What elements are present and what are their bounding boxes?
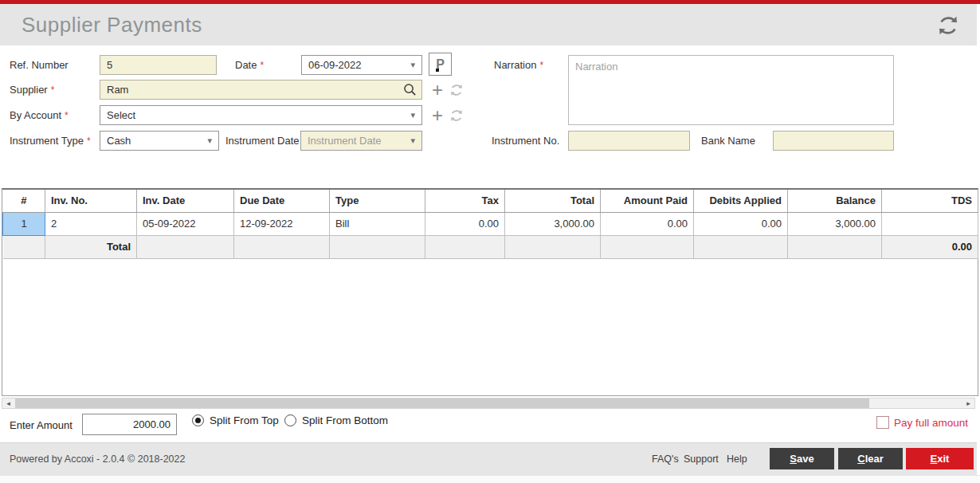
required-marker: * [260, 60, 264, 71]
pay-full-amount-checkbox[interactable]: Pay full amount [876, 416, 968, 429]
enter-amount-input[interactable] [82, 414, 177, 435]
date-label: Date* [235, 55, 264, 76]
instrument-date-value: Instrument Date [308, 135, 382, 147]
required-marker: * [51, 84, 55, 96]
narration-label: Narration* [494, 55, 543, 76]
by-account-dropdown[interactable]: Select ▾ [100, 105, 422, 125]
col-header-tax: Tax [425, 190, 505, 212]
plus-icon: + [432, 104, 443, 126]
refresh-icon [449, 108, 466, 124]
refresh-icon [935, 13, 962, 38]
radio-unselected-icon [284, 414, 296, 426]
grid-header-row: # Inv. No. Inv. Date Due Date Type Tax T… [3, 190, 978, 212]
col-header-total: Total [505, 190, 601, 212]
cell-tax: 0.00 [425, 212, 505, 235]
page-title: Supplier Payments [22, 13, 202, 37]
cell-inv-date: 05-09-2022 [137, 212, 234, 235]
chevron-down-icon: ▾ [410, 110, 415, 120]
instrument-no-label: Instrument No. [492, 131, 559, 151]
narration-textarea[interactable] [568, 55, 894, 125]
chevron-down-icon: ▾ [410, 60, 415, 70]
row-selector-cell[interactable]: 1 [3, 212, 45, 235]
date-dropdown[interactable]: 06-09-2022 ▾ [301, 55, 422, 75]
supplier-payments-window: Supplier Payments Ref. Number Date* 06-0… [0, 0, 980, 483]
col-header-debits-applied: Debits Applied [694, 190, 788, 212]
instrument-type-dropdown[interactable]: Cash ▾ [100, 131, 219, 151]
required-marker: * [87, 135, 91, 147]
support-link[interactable]: Support [684, 454, 719, 465]
supplier-label: Supplier* [10, 80, 54, 100]
col-header-index: # [3, 190, 45, 212]
scroll-right-arrow-icon[interactable]: ▸ [962, 399, 974, 408]
col-header-amount-paid: Amount Paid [601, 190, 694, 212]
chevron-down-icon: ▾ [410, 135, 415, 146]
split-from-bottom-radio[interactable]: Split From Bottom [284, 414, 388, 426]
powered-by-text: Powered by Accoxi - 2.0.4 © 2018-2022 [10, 454, 185, 465]
bank-name-label: Bank Name [701, 131, 755, 151]
payment-icon: P [436, 57, 445, 71]
bank-name-input[interactable] [773, 131, 894, 151]
reload-account-button[interactable] [449, 105, 466, 125]
add-account-button[interactable]: + [429, 105, 446, 125]
chevron-down-icon: ▾ [207, 135, 212, 146]
footer-bar: Powered by Accoxi - 2.0.4 © 2018-2022 FA… [0, 442, 977, 475]
horizontal-scrollbar[interactable]: ◂ ▸ [2, 398, 975, 409]
refresh-page-button[interactable] [935, 12, 962, 39]
enter-amount-label: Enter Amount [10, 415, 73, 436]
total-tds-value: 0.00 [882, 235, 978, 258]
grid-total-row: Total 0.00 [3, 235, 978, 258]
page-header: Supplier Payments [0, 4, 977, 45]
col-header-balance: Balance [788, 190, 882, 212]
supplier-search-button[interactable] [399, 80, 420, 99]
instrument-type-value: Cash [107, 135, 131, 147]
instrument-no-input[interactable] [568, 131, 690, 151]
cell-due-date: 12-09-2022 [234, 212, 330, 235]
faqs-link[interactable]: FAQ's [652, 454, 679, 465]
col-header-due-date: Due Date [234, 190, 330, 212]
plus-icon: + [432, 79, 443, 100]
ref-number-input[interactable] [100, 55, 217, 75]
col-header-inv-no: Inv. No. [45, 190, 137, 212]
supplier-input[interactable] [100, 80, 422, 100]
cell-total: 3,000.00 [505, 212, 601, 235]
cell-balance: 3,000.00 [788, 212, 882, 235]
date-value: 06-09-2022 [308, 59, 362, 71]
reload-supplier-button[interactable] [449, 80, 466, 100]
by-account-value: Select [107, 109, 135, 121]
cell-debits-applied: 0.00 [694, 212, 788, 235]
payment-mode-button[interactable]: P [429, 53, 452, 76]
cell-type: Bill [330, 212, 425, 235]
invoice-row[interactable]: 1 2 05-09-2022 12-09-2022 Bill 0.00 3,00… [3, 212, 978, 235]
help-link[interactable]: Help [727, 454, 747, 465]
cell-inv-no: 2 [45, 212, 137, 235]
invoices-grid: # Inv. No. Inv. Date Due Date Type Tax T… [2, 188, 978, 396]
scroll-left-arrow-icon[interactable]: ◂ [2, 399, 14, 408]
exit-button[interactable]: Exit [906, 448, 974, 469]
checkbox-icon [876, 416, 889, 429]
add-supplier-button[interactable]: + [429, 80, 446, 100]
col-header-inv-date: Inv. Date [137, 190, 234, 212]
cell-tds[interactable] [882, 212, 978, 235]
cell-amount-paid: 0.00 [601, 212, 694, 235]
refresh-icon [449, 82, 466, 98]
required-marker: * [65, 110, 69, 121]
by-account-label: By Account* [10, 105, 69, 126]
instrument-date-label: Instrument Date [225, 131, 300, 151]
save-button[interactable]: Save [770, 448, 834, 469]
instrument-date-dropdown: Instrument Date ▾ [300, 131, 422, 151]
split-from-top-radio[interactable]: Split From Top [192, 414, 279, 426]
search-icon [402, 82, 417, 97]
ref-number-label: Ref. Number [10, 55, 69, 75]
clear-button[interactable]: Clear [838, 448, 903, 469]
scrollbar-thumb[interactable] [15, 399, 869, 408]
col-header-tds: TDS [882, 190, 978, 212]
instrument-type-label: Instrument Type* [10, 131, 91, 151]
radio-selected-icon [192, 414, 204, 426]
col-header-type: Type [330, 190, 425, 212]
total-row-label: Total [45, 235, 137, 258]
bottom-strip [0, 475, 980, 483]
required-marker: * [539, 60, 543, 71]
